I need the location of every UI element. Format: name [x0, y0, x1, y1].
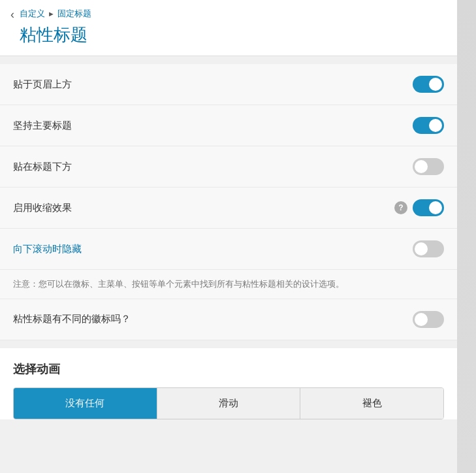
help-icon-shrink[interactable]: ? [394, 201, 407, 214]
toggle-switch-logo[interactable] [413, 311, 444, 328]
toggle-slider-shrink [413, 199, 444, 216]
toggle-right-4 [413, 240, 444, 257]
toggles-section: 贴于页眉上方 坚持主要标题 贴在标题下方 [0, 64, 457, 340]
toggle-label-stick-below: 贴在标题下方 [13, 161, 72, 173]
toggle-right-2 [413, 158, 444, 175]
animation-buttons: 没有任何 滑动 褪色 [13, 387, 444, 419]
page-title: 粘性标题 [20, 24, 91, 46]
breadcrumb-arrow: ► [48, 10, 55, 18]
breadcrumb-current[interactable]: 固定标题 [57, 8, 91, 20]
side-panel [457, 0, 476, 473]
toggle-right-3: ? [394, 199, 444, 216]
toggle-label-hide-scroll[interactable]: 向下滚动时隐藏 [13, 243, 82, 255]
toggle-slider-logo [413, 311, 444, 328]
breadcrumb-parent[interactable]: 自定义 [20, 8, 45, 20]
toggle-slider-stick-below [413, 158, 444, 175]
animation-section: 选择动画 没有任何 滑动 褪色 [0, 348, 457, 419]
toggle-switch-hide-scroll[interactable] [413, 240, 444, 257]
toggle-right-1 [413, 117, 444, 134]
toggle-row-hide-scroll: 向下滚动时隐藏 [0, 229, 457, 270]
toggle-label-shrink: 启用收缩效果 [13, 202, 72, 214]
toggle-slider-stick-top [413, 76, 444, 93]
anim-btn-fade[interactable]: 褪色 [300, 388, 443, 419]
main-panel: ‹ 自定义 ► 固定标题 粘性标题 贴于页眉上方 [0, 0, 457, 473]
toggle-switch-stick-top[interactable] [413, 76, 444, 93]
toggle-row-keep-main-title: 坚持主要标题 [0, 105, 457, 146]
anim-btn-none[interactable]: 没有任何 [14, 388, 157, 419]
toggle-right-logo [413, 311, 444, 328]
back-button[interactable]: ‹ [10, 8, 14, 22]
toggle-label-keep-main-title: 坚持主要标题 [13, 120, 72, 132]
toggle-row-logo: 粘性标题有不同的徽标吗？ [0, 299, 457, 340]
toggle-row-stick-top: 贴于页眉上方 [0, 64, 457, 105]
toggle-switch-keep-main-title[interactable] [413, 117, 444, 134]
toggle-slider-keep-main-title [413, 117, 444, 134]
toggle-switch-shrink[interactable] [413, 199, 444, 216]
breadcrumb: 自定义 ► 固定标题 [20, 8, 91, 20]
note-text: 注意：您可以在微标、主菜单、按钮等单个元素中找到所有与粘性标题相关的设计选项。 [0, 270, 457, 299]
toggle-label-logo: 粘性标题有不同的徽标吗？ [13, 313, 131, 325]
toggle-label-stick-top: 贴于页眉上方 [13, 78, 72, 91]
animation-title: 选择动画 [13, 361, 444, 377]
toggle-row-shrink: 启用收缩效果 ? [0, 188, 457, 229]
toggle-switch-stick-below[interactable] [413, 158, 444, 175]
toggle-right-0 [413, 76, 444, 93]
toggle-slider-hide-scroll [413, 240, 444, 257]
header: ‹ 自定义 ► 固定标题 粘性标题 [0, 0, 457, 56]
toggle-row-stick-below: 贴在标题下方 [0, 146, 457, 188]
side-panel-inner [457, 0, 476, 473]
anim-btn-slide[interactable]: 滑动 [157, 388, 301, 419]
